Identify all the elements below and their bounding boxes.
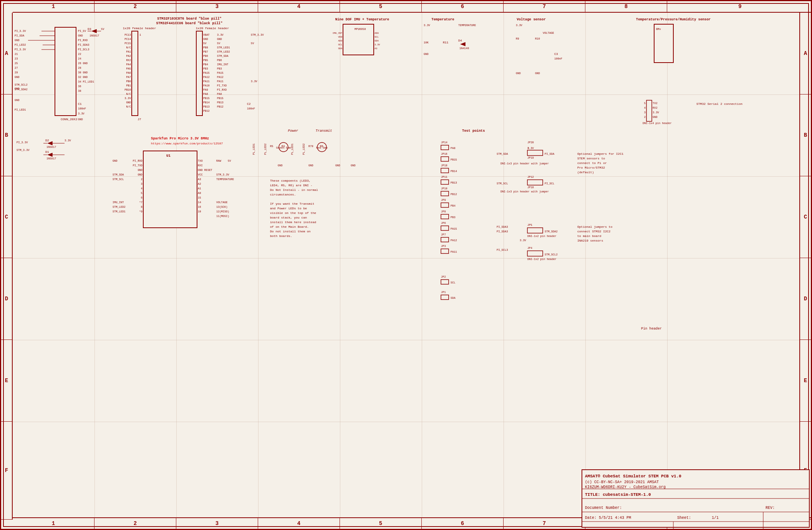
col-5-bottom: 5 bbox=[340, 517, 422, 529]
grid-v1 bbox=[94, 13, 95, 517]
col-6: 6 bbox=[422, 1, 504, 13]
grid-h4 bbox=[13, 340, 799, 340]
col-9-bottom: 9 bbox=[667, 517, 812, 529]
col-1-bottom: 1 bbox=[13, 517, 94, 529]
col-8: 8 bbox=[585, 1, 667, 13]
grid-v2 bbox=[176, 13, 177, 517]
grid-h1 bbox=[13, 94, 799, 95]
row-C-right: C bbox=[799, 176, 811, 258]
col-3-bottom: 3 bbox=[176, 517, 258, 529]
col-4-bottom: 4 bbox=[258, 517, 340, 529]
row-F-right: F bbox=[799, 422, 811, 520]
row-B: B bbox=[1, 94, 13, 176]
row-D: D bbox=[1, 258, 13, 340]
row-C: C bbox=[1, 176, 13, 258]
grid-v6 bbox=[504, 13, 504, 517]
grid-v4 bbox=[340, 13, 340, 517]
grid-v5 bbox=[422, 13, 422, 517]
col-8-bottom: 8 bbox=[585, 517, 667, 529]
col-6-bottom: 6 bbox=[422, 517, 504, 529]
col-4: 4 bbox=[258, 1, 340, 13]
col-5: 5 bbox=[340, 1, 422, 13]
grid-v7 bbox=[585, 13, 586, 517]
border-outer bbox=[3, 3, 809, 527]
grid-h3 bbox=[13, 258, 799, 258]
row-E-right: E bbox=[799, 340, 811, 422]
col-3: 3 bbox=[176, 1, 258, 13]
grid-v3 bbox=[258, 13, 259, 517]
row-B-right: B bbox=[799, 94, 811, 176]
grid-h2 bbox=[13, 176, 799, 177]
schematic-container: 1 2 3 4 5 6 7 8 9 1 2 3 4 5 6 7 8 9 A B … bbox=[0, 0, 812, 530]
row-A: A bbox=[1, 13, 13, 94]
grid-v8 bbox=[667, 13, 668, 517]
col-7: 7 bbox=[504, 1, 585, 13]
col-9: 9 bbox=[667, 1, 812, 13]
row-E: E bbox=[1, 340, 13, 422]
col-7-bottom: 7 bbox=[504, 517, 585, 529]
row-D-right: D bbox=[799, 258, 811, 340]
row-A-right: A bbox=[799, 13, 811, 94]
col-2: 2 bbox=[94, 1, 176, 13]
col-1: 1 bbox=[13, 1, 94, 13]
col-2-bottom: 2 bbox=[94, 517, 176, 529]
grid-h5 bbox=[13, 422, 799, 422]
row-F: F bbox=[1, 422, 13, 520]
